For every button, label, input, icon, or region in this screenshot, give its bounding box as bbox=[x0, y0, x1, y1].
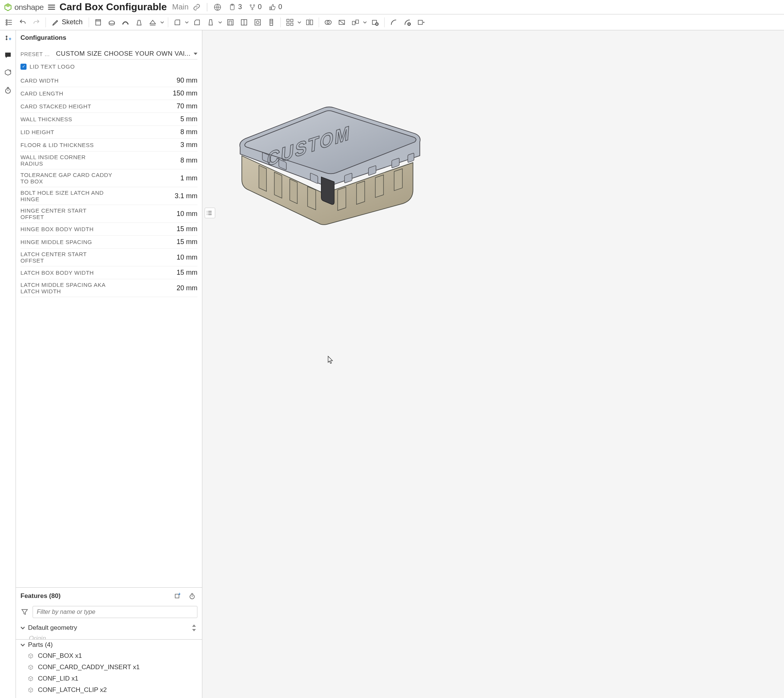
undo-button[interactable] bbox=[17, 17, 28, 28]
param-row: LATCH CENTER START OFFSET bbox=[20, 249, 198, 267]
param-value-input[interactable] bbox=[110, 102, 198, 110]
branch-name[interactable]: Main bbox=[172, 3, 188, 12]
filter-input[interactable] bbox=[33, 606, 198, 618]
svg-marker-1 bbox=[5, 3, 12, 7]
3d-viewport[interactable]: CUSTOM bbox=[203, 30, 784, 698]
param-row: BOLT HOLE SIZE LATCH AND HINGE bbox=[20, 187, 198, 205]
thread-button[interactable] bbox=[266, 17, 277, 28]
param-row: LATCH MIDDLE SPACING AKA LATCH WIDTH bbox=[20, 279, 198, 297]
link-icon[interactable] bbox=[193, 3, 201, 12]
scroll-buttons[interactable] bbox=[192, 622, 198, 633]
brand-logo[interactable]: onshape bbox=[4, 3, 44, 12]
funnel-icon[interactable] bbox=[20, 608, 29, 616]
thicken-button[interactable] bbox=[147, 17, 158, 28]
modify-fillet-button[interactable] bbox=[389, 17, 399, 28]
add-feature-button[interactable]: + bbox=[3, 33, 13, 43]
likes-stat[interactable]: 0 bbox=[268, 3, 282, 11]
param-value-input[interactable] bbox=[110, 128, 198, 136]
copies-stat[interactable]: 3 bbox=[229, 3, 242, 11]
param-value-input[interactable] bbox=[110, 156, 198, 165]
param-value-input[interactable] bbox=[110, 141, 198, 149]
chevron-down-icon[interactable] bbox=[185, 20, 189, 24]
svg-text:+: + bbox=[8, 36, 12, 42]
loft-button[interactable] bbox=[134, 17, 144, 28]
param-value-input[interactable] bbox=[110, 89, 198, 97]
panel-toggle-button[interactable] bbox=[204, 207, 215, 218]
move-face-button[interactable] bbox=[416, 17, 426, 28]
sketch-button[interactable]: Sketch bbox=[49, 18, 85, 26]
hole-button[interactable] bbox=[252, 17, 263, 28]
param-value-input[interactable] bbox=[116, 192, 198, 200]
sweep-button[interactable] bbox=[120, 17, 131, 28]
history-button[interactable] bbox=[3, 85, 13, 95]
svg-point-41 bbox=[6, 36, 8, 38]
forks-count: 0 bbox=[258, 3, 262, 11]
param-label: LATCH BOX BODY WIDTH bbox=[20, 270, 94, 276]
forks-stat[interactable]: 0 bbox=[249, 3, 262, 11]
param-value-input[interactable] bbox=[125, 284, 198, 292]
part-row[interactable]: CONF_LID x1 bbox=[16, 673, 202, 684]
param-label: WALL THICKNESS bbox=[20, 116, 72, 122]
param-value-input[interactable] bbox=[110, 77, 198, 84]
param-row: CARD STACKED HEIGHT bbox=[20, 100, 198, 113]
feature-toolbar: Sketch bbox=[0, 15, 784, 30]
likes-count: 0 bbox=[278, 3, 282, 11]
split-button[interactable] bbox=[336, 17, 347, 28]
chevron-down-icon[interactable] bbox=[218, 20, 222, 24]
transform-button[interactable] bbox=[350, 17, 361, 28]
svg-point-6 bbox=[253, 5, 254, 6]
globe-icon[interactable] bbox=[213, 3, 222, 12]
fillet-button[interactable] bbox=[172, 17, 183, 28]
param-row: LATCH BOX BODY WIDTH bbox=[20, 267, 198, 279]
rebuild-button[interactable] bbox=[187, 591, 198, 601]
default-geometry-row[interactable]: Default geometry bbox=[16, 621, 202, 635]
chevron-down-icon[interactable] bbox=[298, 20, 301, 24]
part-row[interactable]: CONF_BOX x1 bbox=[16, 650, 202, 662]
param-value-input[interactable] bbox=[110, 238, 198, 246]
chevron-down-icon[interactable] bbox=[160, 20, 164, 24]
delete-part-button[interactable] bbox=[370, 17, 380, 28]
document-title: Card Box Configurable bbox=[59, 1, 167, 13]
param-row: CARD WIDTH bbox=[20, 74, 198, 87]
comments-button[interactable] bbox=[3, 50, 13, 61]
param-label: CARD STACKED HEIGHT bbox=[20, 103, 91, 110]
mirror-button[interactable] bbox=[304, 17, 315, 28]
param-value-input[interactable] bbox=[110, 210, 198, 218]
feature-list-icon[interactable] bbox=[4, 17, 15, 28]
boolean-button[interactable] bbox=[323, 17, 333, 28]
svg-rect-27 bbox=[291, 23, 293, 25]
views-button[interactable]: ? bbox=[3, 67, 13, 78]
part-row[interactable]: CONF_LATCH_CLIP x2 bbox=[16, 684, 202, 696]
delete-face-button[interactable] bbox=[402, 17, 413, 28]
pattern-button[interactable] bbox=[285, 17, 295, 28]
origin-row[interactable]: Origin bbox=[16, 635, 202, 639]
svg-point-8 bbox=[6, 19, 8, 21]
rib-button[interactable] bbox=[239, 17, 249, 28]
origin-label: Origin bbox=[29, 635, 46, 639]
param-value-input[interactable] bbox=[110, 225, 198, 233]
draft-button[interactable] bbox=[205, 17, 216, 28]
feature-add-icon: + bbox=[174, 592, 181, 600]
separator bbox=[168, 17, 168, 27]
add-custom-feature-button[interactable]: + bbox=[173, 591, 183, 601]
redo-button[interactable] bbox=[31, 17, 42, 28]
revolve-button[interactable] bbox=[107, 17, 117, 28]
preset-dropdown[interactable]: CUSTOM SIZE CHOOSE YOUR OWN VAl... bbox=[56, 48, 198, 59]
shell-button[interactable] bbox=[225, 17, 236, 28]
chevron-down-icon[interactable] bbox=[363, 20, 367, 24]
part-label: CONF_LID x1 bbox=[38, 675, 78, 682]
param-value-input[interactable] bbox=[110, 254, 198, 262]
preset-label: PRESET SIZES & VARI... bbox=[20, 51, 53, 57]
menu-icon[interactable] bbox=[47, 3, 56, 12]
param-value-input[interactable] bbox=[110, 115, 198, 123]
param-value-input[interactable] bbox=[110, 269, 198, 277]
features-actions: + bbox=[173, 591, 198, 601]
extrude-button[interactable] bbox=[93, 17, 104, 28]
part-row[interactable]: CONF_CARD_CADDY_INSERT x1 bbox=[16, 662, 202, 673]
lid-text-logo-checkbox[interactable]: ✓ LID TEXT LOGO bbox=[20, 63, 198, 70]
param-value-input[interactable] bbox=[121, 174, 198, 182]
parts-header-row[interactable]: Parts (4) bbox=[16, 640, 202, 650]
chamfer-button[interactable] bbox=[192, 17, 203, 28]
default-geometry-label: Default geometry bbox=[28, 624, 77, 632]
copies-count: 3 bbox=[238, 3, 242, 11]
